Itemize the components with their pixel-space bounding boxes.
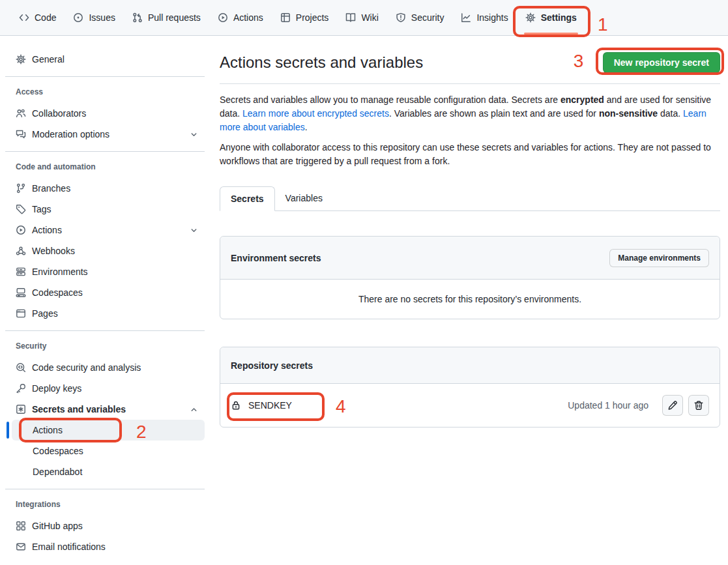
- codescan-icon: [16, 362, 26, 373]
- nav-item-label: Settings: [541, 12, 577, 23]
- environment-secrets-header: Environment secrets Manage environments: [220, 237, 720, 280]
- divider: [5, 330, 205, 331]
- secret-row-actions: Updated 1 hour ago: [568, 395, 709, 416]
- apps-icon: [16, 521, 26, 531]
- chevron-down-icon: [190, 226, 198, 235]
- tab-variables[interactable]: Variables: [275, 186, 333, 210]
- sidebar-section-code-and-automation: Code and automation: [0, 158, 210, 175]
- nav-item-label: Security: [411, 12, 444, 23]
- chevron-up-icon: [190, 405, 198, 414]
- sidebar-section-integrations: Integrations: [0, 496, 210, 513]
- github-settings-page: CodeIssuesPull requestsActionsProjectsWi…: [0, 0, 728, 565]
- sidebar-item-label: GitHub apps: [32, 521, 83, 531]
- link-learn-more-about-encrypted-secrets[interactable]: Learn more about encrypted secrets: [242, 108, 389, 119]
- sidebar-item-collaborators[interactable]: Collaborators: [0, 103, 210, 124]
- intro-paragraph: Secrets and variables allow you to manag…: [220, 93, 720, 134]
- nav-item-pull-requests[interactable]: Pull requests: [125, 0, 208, 35]
- divider: [5, 151, 205, 152]
- intro-text: data.: [658, 108, 683, 119]
- page-title: Actions secrets and variables: [220, 53, 423, 72]
- nav-item-insights[interactable]: Insights: [454, 0, 515, 35]
- sidebar-item-actions[interactable]: Actions2: [12, 420, 205, 441]
- table-icon: [280, 12, 291, 23]
- sidebar-item-deploy-keys[interactable]: Deploy keys: [0, 378, 210, 399]
- delete-secret-button[interactable]: [688, 395, 709, 416]
- manage-environments-button[interactable]: Manage environments: [609, 249, 709, 267]
- sidebar-item-label: Webhooks: [32, 246, 75, 256]
- sidebar-item-label: Code security and analysis: [32, 362, 141, 373]
- play-icon: [218, 12, 228, 23]
- sidebar-item-label: Secrets and variables: [32, 404, 126, 414]
- emphasis-text: non-sensitive: [599, 108, 658, 119]
- sidebar-item-secrets-and-variables[interactable]: Secrets and variables: [0, 399, 210, 420]
- comment-discussion-icon: [16, 129, 26, 139]
- annotation-number-4: 4: [336, 398, 346, 416]
- sidebar-section-security: Security: [0, 338, 210, 355]
- nav-item-code[interactable]: Code: [12, 0, 63, 35]
- graph-icon: [461, 12, 471, 23]
- nav-item-projects[interactable]: Projects: [273, 0, 336, 35]
- edit-secret-button[interactable]: [662, 395, 683, 416]
- intro-text: Secrets and variables allow you to manag…: [220, 94, 561, 105]
- repository-secrets-header: Repository secrets: [220, 347, 720, 384]
- tag-icon: [16, 204, 26, 214]
- active-tab-underline: [524, 33, 578, 35]
- sidebar-item-actions[interactable]: Actions: [0, 220, 210, 240]
- shield-icon: [396, 12, 406, 23]
- code-icon: [19, 12, 29, 23]
- sidebar-item-codespaces[interactable]: Codespaces: [0, 282, 210, 303]
- chevron-down-icon: [190, 130, 198, 139]
- access-note-paragraph: Anyone with collaborator access to this …: [220, 141, 720, 168]
- key-asterisk-icon: [16, 404, 26, 414]
- sidebar-item-general[interactable]: General: [0, 49, 210, 70]
- nav-item-label: Insights: [476, 12, 508, 23]
- git-pull-request-icon: [132, 12, 143, 23]
- people-icon: [16, 108, 26, 119]
- sidebar-item-branches[interactable]: Branches: [0, 178, 210, 199]
- sidebar-item-label: Pages: [32, 308, 58, 319]
- sidebar-item-label: Codespaces: [32, 287, 83, 298]
- sidebar-item-dependabot[interactable]: Dependabot: [0, 461, 210, 482]
- environment-secrets-empty-text: There are no secrets for this repository…: [220, 280, 720, 319]
- sidebar-item-environments[interactable]: Environments: [0, 261, 210, 282]
- sidebar-item-label: Moderation options: [32, 129, 109, 139]
- nav-item-issues[interactable]: Issues: [66, 0, 122, 35]
- sidebar-item-code-security-and-analysis[interactable]: Code security and analysis: [0, 357, 210, 378]
- nav-item-actions[interactable]: Actions: [211, 0, 270, 35]
- tab-secrets[interactable]: Secrets: [220, 186, 275, 211]
- annotation-number-3: 3: [574, 52, 584, 70]
- codespaces-icon: [16, 287, 26, 298]
- sidebar-item-label: Branches: [32, 183, 70, 194]
- nav-item-security[interactable]: Security: [388, 0, 452, 35]
- sidebar-item-pages[interactable]: Pages: [0, 303, 210, 324]
- new-repository-secret-button[interactable]: New repository secret 3: [603, 52, 720, 73]
- emphasis-text: encrypted: [561, 94, 604, 105]
- repository-secrets-list: SENDKEY 4 Updated 1 hour ago: [220, 384, 720, 427]
- sidebar-item-tags[interactable]: Tags: [0, 199, 210, 220]
- sidebar-item-codespaces[interactable]: Codespaces: [0, 441, 210, 461]
- nav-item-label: Code: [35, 12, 56, 23]
- sidebar-item-email-notifications[interactable]: Email notifications: [0, 536, 210, 557]
- sidebar-item-moderation-options[interactable]: Moderation options: [0, 124, 210, 145]
- nav-item-label: Pull requests: [148, 12, 201, 23]
- book-icon: [345, 12, 356, 23]
- gear-icon: [16, 54, 26, 65]
- lock-icon: [231, 400, 241, 411]
- sidebar-item-label: Environments: [32, 267, 88, 277]
- nav-item-label: Projects: [296, 12, 329, 23]
- nav-item-settings[interactable]: Settings1: [518, 0, 584, 35]
- main-content: Actions secrets and variables New reposi…: [220, 36, 720, 427]
- sidebar-item-github-apps[interactable]: GitHub apps: [0, 515, 210, 536]
- mail-icon: [16, 542, 26, 552]
- sidebar-item-label: Actions: [32, 225, 62, 235]
- secrets-variables-tabs: SecretsVariables: [220, 186, 720, 211]
- nav-item-label: Actions: [233, 12, 263, 23]
- sidebar-item-label: Actions: [33, 425, 63, 435]
- secret-row: SENDKEY 4 Updated 1 hour ago: [220, 384, 720, 427]
- sidebar-item-label: Email notifications: [32, 542, 106, 552]
- repository-secrets-title: Repository secrets: [231, 360, 313, 371]
- play-icon: [16, 225, 26, 235]
- sidebar-item-webhooks[interactable]: Webhooks: [0, 240, 210, 261]
- intro-text: . Variables are shown as plain text and …: [389, 108, 599, 119]
- nav-item-wiki[interactable]: Wiki: [338, 0, 385, 35]
